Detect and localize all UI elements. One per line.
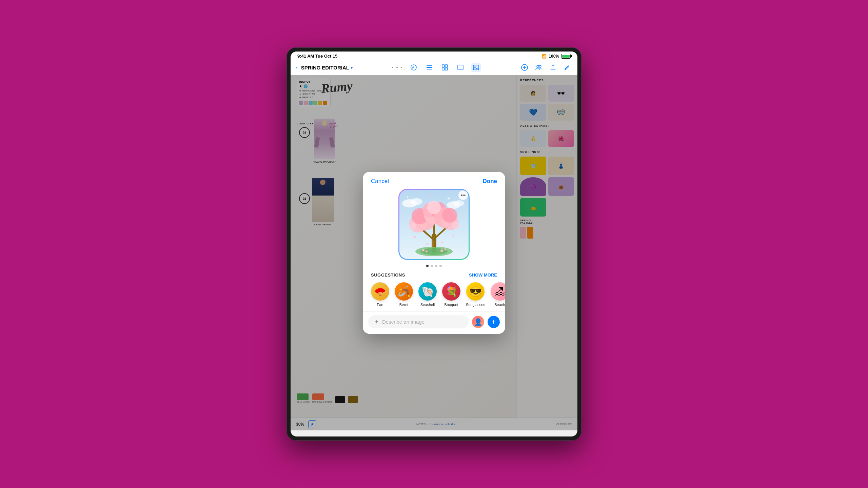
toolbar-center: • • • A T (392, 63, 481, 72)
suggestion-beach[interactable]: 🏖 Beach (491, 282, 505, 307)
carousel-dots (363, 260, 505, 270)
svg-point-17 (539, 65, 541, 67)
svg-point-16 (537, 65, 539, 67)
svg-point-56 (444, 248, 446, 250)
svg-point-54 (426, 250, 428, 252)
beach-emoji: 🏖 (491, 282, 505, 301)
svg-point-52 (420, 248, 448, 255)
svg-rect-6 (445, 65, 448, 67)
carousel-container: ✦ ✦ ✦ (398, 189, 470, 260)
svg-rect-2 (427, 65, 432, 66)
svg-point-20 (410, 198, 422, 205)
sunglasses-label: Sunglasses (466, 303, 485, 307)
svg-rect-8 (445, 68, 448, 70)
battery-label: 100% (549, 54, 559, 59)
svg-text:✦: ✦ (447, 196, 450, 201)
fan-label: Fan (377, 303, 383, 307)
cherry-blossom-svg: ✦ ✦ ✦ (399, 190, 469, 259)
cancel-button[interactable]: Cancel (371, 178, 389, 185)
wifi-icon: 📶 (541, 54, 547, 59)
svg-point-43 (442, 208, 457, 223)
toolbar-right (520, 63, 572, 72)
status-bar: 9:41 AM Tue Oct 15 📶 100% (291, 52, 577, 60)
suggestion-sunglasses[interactable]: 😎 Sunglasses (466, 282, 485, 307)
share-button[interactable] (548, 63, 558, 72)
svg-text:✦: ✦ (406, 195, 409, 199)
user-avatar-button[interactable]: 👤 (472, 316, 484, 328)
image-carousel: ✦ ✦ ✦ (363, 189, 505, 260)
toolbar-left: ‹ SPRING EDITORIAL ▾ (296, 65, 353, 70)
device-screen: 9:41 AM Tue Oct 15 📶 100% ‹ SPRING EDITO… (291, 52, 577, 436)
app-toolbar: ‹ SPRING EDITORIAL ▾ • • • A T (291, 60, 577, 75)
suggestion-seashell[interactable]: 🐚 Seashell (418, 282, 437, 307)
suggestion-beret[interactable]: 🪃 Beret (395, 282, 413, 307)
tool-pen-icon[interactable]: A (409, 63, 418, 72)
svg-text:✦: ✦ (428, 194, 431, 197)
svg-rect-3 (427, 67, 432, 68)
suggestions-header: SUGGESTIONS SHOW MORE (371, 272, 497, 278)
suggestion-bouquet[interactable]: 💐 Bouquet (442, 282, 460, 307)
modal-overlay: Cancel Done (291, 75, 577, 430)
modal-header: Cancel Done (363, 172, 505, 189)
show-more-button[interactable]: SHOW MORE (469, 272, 497, 278)
document-title: SPRING EDITORIAL ▾ (301, 65, 353, 70)
avatar-icon: 👤 (474, 318, 482, 326)
svg-point-12 (475, 66, 476, 67)
svg-point-45 (410, 223, 416, 230)
tool-grid-icon[interactable] (440, 63, 450, 72)
edit-button[interactable] (563, 63, 572, 72)
beret-label: Beret (399, 303, 408, 307)
add-image-button[interactable]: + (488, 316, 500, 328)
back-button[interactable]: ‹ (296, 65, 298, 70)
image-generation-modal: Cancel Done (363, 172, 505, 334)
tool-image-icon[interactable] (471, 63, 481, 72)
svg-text:A: A (412, 66, 414, 69)
done-button[interactable]: Done (483, 178, 497, 185)
svg-text:T: T (459, 66, 461, 69)
input-area: ✦ Describe an image 👤 + (363, 311, 505, 334)
plus-icon: + (492, 318, 496, 326)
bouquet-emoji: 💐 (442, 282, 460, 301)
svg-point-22 (453, 200, 464, 206)
suggestions-title: SUGGESTIONS (371, 272, 405, 278)
svg-rect-11 (473, 65, 479, 70)
battery-icon (561, 54, 571, 59)
beret-emoji: 🪃 (395, 282, 413, 301)
center-dots: • • • (392, 65, 403, 70)
svg-rect-5 (442, 65, 445, 67)
suggestions-grid: 🪭 Fan 🪃 Beret 🐚 Seashell (371, 282, 497, 307)
add-element-button[interactable] (520, 63, 529, 72)
seashell-emoji: 🐚 (418, 282, 437, 301)
collaborate-button[interactable] (534, 63, 544, 72)
carousel-image-wrapper: ✦ ✦ ✦ (398, 189, 470, 260)
tool-list-icon[interactable] (425, 63, 434, 72)
main-content: INSPO: ★ 🌐 ★ PRONOUNS: SHE★ HEIGHT: 5'8★… (291, 75, 577, 430)
svg-point-46 (452, 222, 459, 229)
image-description-input[interactable]: ✦ Describe an image (368, 315, 469, 328)
svg-point-44 (427, 201, 441, 214)
more-options-button[interactable]: ••• (458, 190, 468, 200)
beach-label: Beach (494, 303, 505, 307)
suggestion-fan[interactable]: 🪭 Fan (371, 282, 389, 307)
carousel-image: ✦ ✦ ✦ (399, 190, 469, 259)
sunglasses-emoji: 😎 (466, 282, 485, 301)
dot-4[interactable] (439, 265, 442, 267)
dot-2[interactable] (431, 265, 433, 267)
bouquet-label: Bouquet (445, 303, 458, 307)
suggestions-section: SUGGESTIONS SHOW MORE 🪭 Fan 🪃 Beret (363, 270, 505, 311)
svg-point-55 (440, 249, 443, 252)
status-right: 📶 100% (541, 54, 571, 59)
svg-rect-4 (427, 69, 432, 69)
svg-point-53 (422, 249, 425, 251)
fan-emoji: 🪭 (371, 282, 389, 301)
input-placeholder: Describe an image (382, 319, 425, 325)
dot-3[interactable] (435, 265, 437, 267)
svg-rect-7 (442, 68, 445, 70)
ai-sparkle-icon: ✦ (374, 319, 379, 325)
seashell-label: Seashell (420, 303, 435, 307)
dot-1[interactable] (426, 265, 429, 267)
ellipsis-icon: ••• (461, 192, 466, 198)
tool-text-icon[interactable]: T (456, 63, 465, 72)
status-time: 9:41 AM Tue Oct 15 (297, 54, 337, 59)
device-frame: 9:41 AM Tue Oct 15 📶 100% ‹ SPRING EDITO… (287, 47, 581, 441)
